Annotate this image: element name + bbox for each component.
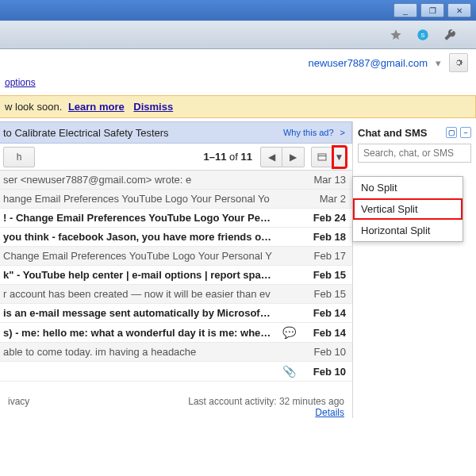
options-link[interactable]: options — [5, 77, 36, 88]
message-row[interactable]: k" - YouTube help center | e-mail option… — [0, 266, 352, 285]
chat-popout-button[interactable]: ▢ — [446, 127, 457, 138]
bookmark-star-icon[interactable] — [389, 28, 403, 42]
pager-prev-button[interactable]: ◀ — [260, 147, 282, 167]
pager: ◀ ▶ — [260, 147, 305, 167]
footer: ivacy Last account activity: 32 minutes … — [0, 396, 352, 418]
window-titlebar: _ ❐ ✕ — [0, 0, 476, 21]
web-clip-ad: to Calibrate Electrical Safety Testers W… — [0, 121, 352, 144]
account-dropdown-icon[interactable]: ▾ — [436, 57, 441, 69]
message-row[interactable]: able to come today. im having a headache… — [0, 343, 352, 362]
refresh-label: h — [17, 152, 22, 163]
message-snippet: you think - facebook Jason, you have mor… — [3, 231, 281, 243]
message-snippet: Change Email Preferences YouTube Logo Yo… — [3, 250, 281, 262]
message-snippet: is an e-mail message sent automatically … — [3, 307, 281, 319]
chat-panel-title: Chat and SMS — [358, 127, 427, 139]
refresh-button[interactable]: h — [3, 147, 35, 167]
message-date: Mar 13 — [297, 174, 346, 186]
message-date: Feb 15 — [297, 269, 346, 281]
skype-icon[interactable]: S — [416, 28, 430, 42]
split-menu-item-no-split[interactable]: No Split — [353, 177, 463, 198]
split-view-button-group: ▼ — [311, 147, 346, 167]
chevron-right-icon: ▶ — [290, 152, 297, 163]
window-close-button[interactable]: ✕ — [447, 3, 471, 17]
options-row: options — [0, 76, 476, 92]
message-date: Feb 10 — [297, 366, 346, 378]
chat-search-input[interactable] — [358, 144, 471, 163]
new-look-notice: w look soon. Learn more Dismiss — [0, 95, 476, 118]
footer-activity: Last account activity: 32 minutes ago — [188, 396, 344, 407]
footer-privacy-link[interactable]: ivacy — [8, 396, 29, 407]
message-date: Feb 17 — [297, 250, 346, 262]
message-snippet: able to come today. im having a headache — [3, 346, 281, 358]
pager-next-button[interactable]: ▶ — [282, 147, 305, 167]
notice-learn-more-link[interactable]: Learn more — [68, 101, 125, 113]
maximize-icon: ❐ — [429, 6, 436, 15]
message-row[interactable]: s) - me: hello me: what a wonderful day … — [0, 323, 352, 343]
ad-text[interactable]: to Calibrate Electrical Safety Testers — [3, 127, 283, 139]
settings-gear-button[interactable] — [449, 53, 468, 72]
notice-text: w look soon. — [5, 101, 62, 113]
message-date: Mar 2 — [297, 193, 346, 205]
ad-next-icon[interactable]: > — [340, 128, 345, 137]
message-count: 1–11 of 11 — [204, 151, 252, 163]
notice-dismiss-link[interactable]: Dismiss — [133, 101, 173, 113]
browser-toolbar: S — [0, 21, 476, 49]
split-view-button[interactable] — [311, 147, 333, 167]
message-date: Feb 15 — [297, 288, 346, 300]
footer-details-link[interactable]: Details — [315, 407, 344, 418]
message-date: Feb 10 — [297, 346, 346, 358]
chat-minimize-button[interactable]: – — [460, 127, 471, 138]
message-snippet: ser <newuser7887@gmail.com> wrote: e — [3, 174, 281, 186]
split-menu-item-horizontal-split[interactable]: Horizontal Split — [353, 220, 463, 241]
message-date: Feb 18 — [297, 231, 346, 243]
close-icon: ✕ — [456, 6, 463, 15]
message-snippet: r account has been created — now it will… — [3, 288, 281, 300]
chat-bubble-icon: 💬 — [281, 326, 297, 339]
window-maximize-button[interactable]: ❐ — [420, 3, 444, 17]
svg-text:S: S — [420, 31, 424, 38]
message-row[interactable]: Change Email Preferences YouTube Logo Yo… — [0, 247, 352, 266]
message-snippet: hange Email Preferences YouTube Logo You… — [3, 193, 281, 205]
split-view-icon — [317, 152, 328, 162]
message-row[interactable]: you think - facebook Jason, you have mor… — [0, 228, 352, 247]
message-row[interactable]: 📎Feb 10 — [0, 362, 352, 382]
message-date: Feb 14 — [297, 327, 346, 339]
message-row[interactable]: ser <newuser7887@gmail.com> wrote: eMar … — [0, 171, 352, 190]
paperclip-icon: 📎 — [281, 365, 297, 378]
split-view-dropdown-button[interactable]: ▼ — [333, 147, 346, 167]
chat-panel: Chat and SMS ▢ – — [352, 121, 476, 418]
svg-rect-2 — [318, 154, 326, 160]
gear-icon — [453, 57, 464, 68]
caret-down-icon: ▼ — [335, 152, 344, 163]
split-menu-item-vertical-split[interactable]: Vertical Split — [353, 198, 463, 220]
message-snippet: ! - Change Email Preferences YouTube Log… — [3, 212, 281, 224]
chevron-left-icon: ◀ — [268, 152, 275, 163]
message-date: Feb 14 — [297, 307, 346, 319]
message-row[interactable]: ! - Change Email Preferences YouTube Log… — [0, 209, 352, 228]
why-this-ad-link[interactable]: Why this ad? — [283, 128, 334, 137]
message-row[interactable]: hange Email Preferences YouTube Logo You… — [0, 190, 352, 209]
account-bar: newuser7887@gmail.com ▾ — [0, 49, 476, 76]
message-snippet: k" - YouTube help center | e-mail option… — [3, 269, 281, 281]
window-minimize-button[interactable]: _ — [393, 3, 417, 17]
split-view-menu: No SplitVertical SplitHorizontal Split — [352, 176, 463, 242]
message-snippet — [3, 366, 281, 378]
message-list: ser <newuser7887@gmail.com> wrote: eMar … — [0, 171, 352, 382]
message-date: Feb 24 — [297, 212, 346, 224]
message-snippet: s) - me: hello me: what a wonderful day … — [3, 327, 281, 339]
message-row[interactable]: r account has been created — now it will… — [0, 285, 352, 304]
wrench-icon[interactable] — [443, 28, 457, 42]
message-row[interactable]: is an e-mail message sent automatically … — [0, 304, 352, 323]
mail-toolbar: h 1–11 of 11 ◀ ▶ ▼ — [0, 144, 352, 171]
minimize-icon: _ — [403, 6, 408, 15]
account-email-link[interactable]: newuser7887@gmail.com — [309, 57, 428, 69]
